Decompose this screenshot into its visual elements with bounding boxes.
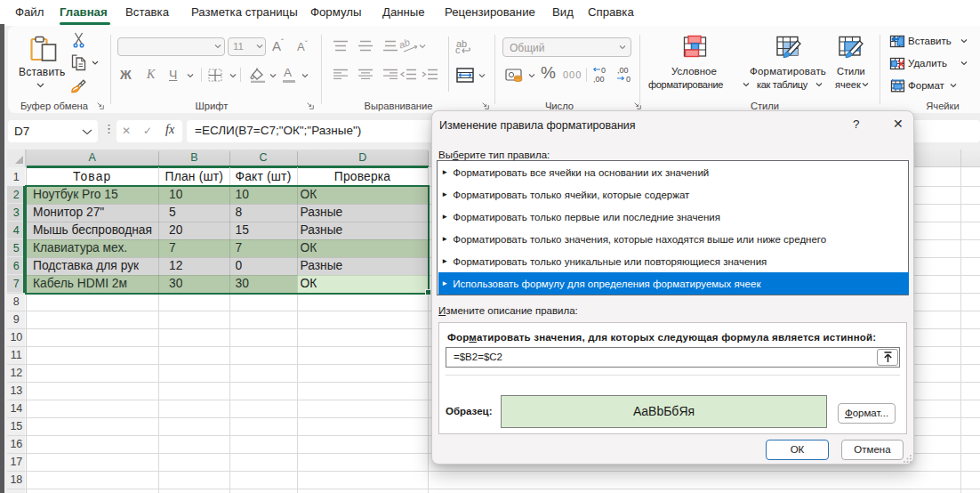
svg-text:c: c — [455, 44, 461, 54]
svg-text:0: 0 — [601, 66, 606, 75]
svg-text:,00: ,00 — [617, 66, 629, 75]
svg-text:ab: ab — [399, 38, 411, 51]
svg-text:0: 0 — [626, 75, 631, 84]
svg-text:,00: ,00 — [593, 75, 605, 84]
